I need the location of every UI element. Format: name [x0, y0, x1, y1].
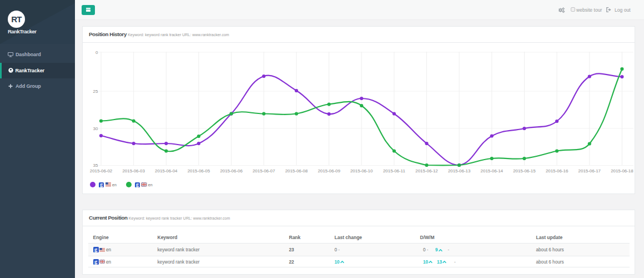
svg-text:35: 35 — [93, 163, 98, 168]
svg-text:2015-06-16: 2015-06-16 — [546, 168, 568, 173]
svg-text:2015-06-09: 2015-06-09 — [318, 168, 340, 173]
svg-text:2015-06-17: 2015-06-17 — [578, 168, 601, 173]
svg-text:2015-06-13: 2015-06-13 — [448, 168, 471, 173]
svg-text:2015-06-03: 2015-06-03 — [122, 168, 145, 173]
svg-text:2015-06-11: 2015-06-11 — [383, 168, 405, 173]
svg-text:2015-06-07: 2015-06-07 — [253, 168, 275, 173]
svg-text:25: 25 — [93, 89, 98, 94]
svg-text:2015-06-10: 2015-06-10 — [350, 168, 373, 173]
svg-text:2015-06-02: 2015-06-02 — [90, 168, 113, 173]
svg-text:2015-06-14: 2015-06-14 — [481, 168, 504, 173]
svg-text:2015-06-08: 2015-06-08 — [285, 168, 308, 173]
svg-text:2015-06-18: 2015-06-18 — [611, 168, 633, 173]
svg-text:2015-06-06: 2015-06-06 — [220, 168, 243, 173]
svg-text:2015-06-15: 2015-06-15 — [513, 168, 536, 173]
svg-text:2015-06-12: 2015-06-12 — [415, 168, 438, 173]
svg-text:30: 30 — [93, 126, 98, 131]
svg-text:0: 0 — [95, 50, 98, 55]
svg-text:2015-06-04: 2015-06-04 — [155, 168, 178, 173]
svg-text:2015-06-05: 2015-06-05 — [188, 168, 210, 173]
